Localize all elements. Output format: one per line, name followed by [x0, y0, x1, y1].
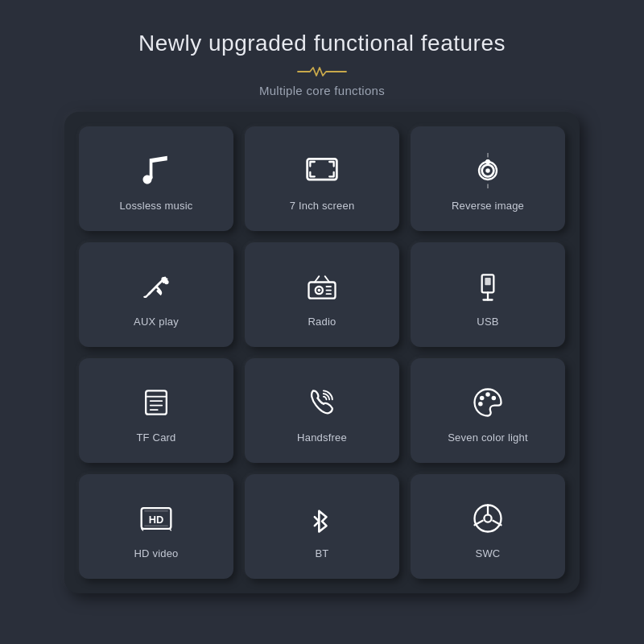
feature-card-tf-card: TF Card [79, 358, 233, 463]
svg-point-22 [484, 514, 491, 522]
tf-card-icon [135, 382, 177, 423]
feature-card-swc: SWC [411, 474, 565, 579]
usb-icon [467, 266, 509, 308]
reverse-image-label: Reverse image [452, 200, 524, 212]
svg-point-15 [492, 395, 497, 400]
hd-video-icon: HD [135, 497, 177, 539]
svg-rect-12 [146, 390, 167, 414]
feature-card-seven-color-light: Seven color light [411, 358, 565, 463]
radio-label: Radio [308, 316, 336, 328]
divider [294, 64, 350, 79]
feature-card-usb: USB [411, 242, 565, 347]
usb-label: USB [477, 316, 498, 328]
handsfree-icon [301, 382, 343, 423]
seven-color-light-label: Seven color light [448, 431, 528, 444]
svg-text:HD: HD [149, 513, 164, 525]
svg-point-2 [485, 168, 490, 173]
feature-card-lossless-music: Lossless music [79, 126, 233, 231]
aux-play-icon [135, 266, 177, 308]
swc-icon [467, 497, 509, 539]
svg-rect-11 [485, 278, 490, 285]
features-grid: Lossless music 7 Inch screen Reverse ima… [64, 112, 580, 593]
feature-card-aux-play: AUX play [79, 242, 233, 347]
aux-play-label: AUX play [134, 316, 179, 328]
seven-inch-screen-icon [301, 150, 343, 192]
handsfree-label: Handsfree [297, 431, 347, 444]
reverse-image-icon [467, 150, 509, 192]
feature-card-hd-video: HD HD video [79, 474, 233, 579]
feature-card-reverse-image: Reverse image [411, 126, 565, 231]
lossless-music-icon [135, 150, 177, 192]
svg-point-9 [318, 288, 321, 291]
page-title: Newly upgraded functional features [138, 31, 506, 56]
hd-video-label: HD video [134, 547, 178, 559]
svg-point-13 [480, 395, 485, 400]
svg-point-16 [478, 402, 483, 407]
svg-point-14 [485, 392, 490, 397]
bt-icon [301, 497, 343, 539]
radio-icon [301, 266, 343, 308]
svg-point-6 [164, 279, 169, 284]
seven-color-light-icon [467, 382, 509, 423]
seven-inch-screen-label: 7 Inch screen [290, 200, 355, 212]
feature-card-handsfree: Handsfree [245, 358, 399, 463]
feature-card-radio: Radio [245, 242, 399, 347]
swc-label: SWC [476, 547, 501, 559]
lossless-music-label: Lossless music [120, 200, 193, 212]
feature-card-bt: BT [245, 474, 399, 579]
feature-card-seven-inch-screen: 7 Inch screen [245, 126, 399, 231]
tf-card-label: TF Card [136, 431, 175, 444]
bt-label: BT [315, 547, 328, 559]
subtitle: Multiple core functions [259, 84, 385, 97]
svg-point-4 [485, 159, 490, 164]
